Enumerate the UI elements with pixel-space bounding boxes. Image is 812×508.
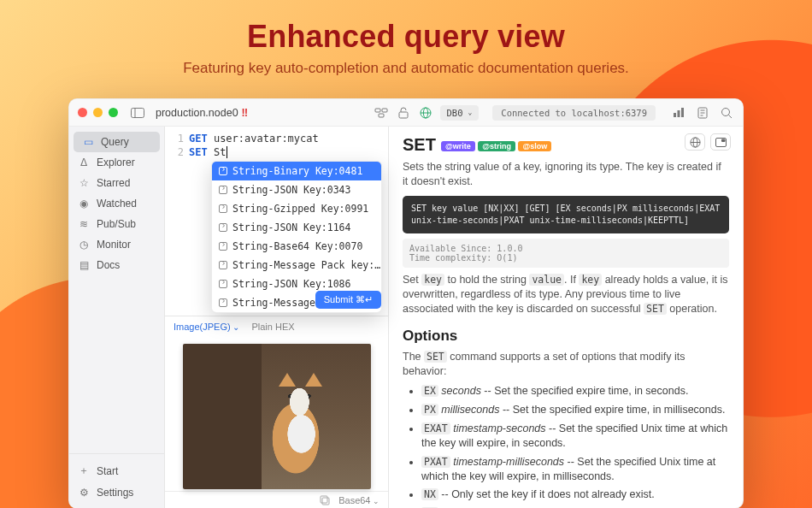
sidebar-item-monitor[interactable]: ◷Monitor [69,234,164,255]
watched-icon: ◉ [78,198,90,210]
minimize-icon[interactable] [93,108,103,117]
editor-statusbar: Base64 ⌄ [165,491,388,508]
autocomplete-label: String-JSON Key:1086 [232,278,350,290]
doc-syntax: SET key value [NX|XX] [GET] [EX seconds|… [403,196,729,233]
doc-badge: @slow [518,141,551,151]
app-window: production.node0 ‼ DB0 ⌄ Connected to lo… [68,98,744,508]
autocomplete-item[interactable]: String-Gzipped Key:0991 [212,199,381,218]
search-icon[interactable] [719,105,734,121]
format-image-jpeg[interactable]: Image(JPEG) [174,322,239,332]
doc-description: Set key to hold the string value. If key… [403,273,729,316]
format-plain-hex[interactable]: Plain HEX [251,322,294,332]
doc-options-list: EX seconds -- Set the specified expire t… [421,384,729,508]
connection-status: Connected to localhost:6379 [492,105,656,121]
sidebar-item-label: Start [97,465,118,477]
chevron-down-icon: ⌄ [468,109,472,116]
sidebar-toggle-icon[interactable] [130,105,145,121]
autocomplete-item[interactable]: String-Base64 Key:0070 [212,237,381,256]
svg-rect-18 [322,498,329,505]
autocomplete-item[interactable]: String-Binary Key:0481 [212,162,381,180]
doc-option: EXAT timestamp-seconds -- Set the specif… [421,422,729,451]
result-preview [165,337,388,491]
doc-popout-icon[interactable] [710,133,731,151]
db-selector[interactable]: DB0 ⌄ [440,105,480,121]
svg-rect-5 [399,112,408,118]
doc-options-heading: Options [403,328,729,345]
svg-line-17 [729,115,733,118]
key-icon [219,242,227,251]
autocomplete-label: String-JSON Key:0343 [232,184,350,196]
doc-option: PX milliseconds -- Set the specified exp… [421,403,729,417]
sidebar-item-query[interactable]: ▭Query [74,132,160,152]
sidebar-item-start[interactable]: ＋Start [69,459,164,482]
svg-point-16 [722,108,730,115]
zoom-icon[interactable] [109,108,118,117]
lock-open-icon[interactable] [396,105,411,121]
svg-rect-0 [132,108,144,117]
format-tabs: Image(JPEG) Plain HEX [165,316,388,337]
doc-badge: @write [441,141,475,151]
query-icon: ▭ [82,136,94,148]
svg-rect-3 [382,109,387,112]
autocomplete-item[interactable]: String-JSON Key:0343 [212,180,381,199]
globe-icon[interactable] [418,105,433,121]
svg-rect-10 [678,110,680,117]
start-icon: ＋ [78,464,90,478]
autocomplete-label: String-Gzipped Key:0991 [232,203,368,215]
sidebar-item-docs[interactable]: ▤Docs [69,255,164,275]
autocomplete-label: String-Base64 Key:0070 [232,240,362,252]
docs-icon: ▤ [78,259,90,271]
autocomplete-item[interactable]: String-JSON Key:1164 [212,218,381,237]
connection-tab[interactable]: production.node0 ‼ [156,107,248,119]
sidebar-item-label: Query [101,136,129,148]
hero-subtitle: Featuring key auto-completion and automa… [0,60,812,77]
svg-rect-9 [674,113,676,117]
copy-icon[interactable] [320,495,330,505]
sidebar-item-label: Settings [97,487,133,499]
preview-image [183,344,371,489]
doc-option: NX -- Only set the key if it does not al… [421,487,729,502]
documentation-panel: SET @write @string @slow Sets the string… [389,127,743,508]
sidebar-item-label: Watched [97,198,137,210]
submit-button[interactable]: Submit ⌘↵ [315,291,381,309]
sidebar-item-label: Monitor [97,239,131,251]
sidebar-item-explorer[interactable]: ᐃExplorer [69,152,164,173]
svg-rect-24 [721,139,726,142]
query-editor[interactable]: 12 GET user:avatar:mycatSET St String-Bi… [165,127,388,316]
key-icon [219,261,227,269]
settings-icon: ⚙ [78,487,90,499]
key-icon [219,298,227,307]
autocomplete-item[interactable]: String-Message Pack key:… [212,256,381,275]
sidebar-item-starred[interactable]: ☆Starred [69,173,164,193]
encoding-selector[interactable]: Base64 ⌄ [338,495,380,505]
doc-command-name: SET [403,135,436,155]
pub/sub-icon: ≋ [78,218,90,230]
stats-icon[interactable] [671,105,686,121]
tab-label: production.node0 [156,107,238,119]
log-icon[interactable] [695,105,710,121]
starred-icon: ☆ [78,177,90,189]
close-icon[interactable] [78,108,87,117]
db-label: DB0 [447,108,463,118]
explorer-icon: ᐃ [78,157,90,168]
doc-intro: Sets the string value of a key, ignoring… [403,160,729,189]
autocomplete-label: String-Binary Key:0481 [232,165,362,177]
doc-option: EX seconds -- Set the specified expire t… [421,384,729,399]
sidebar-item-settings[interactable]: ⚙Settings [69,482,164,503]
key-icon [219,167,227,175]
sidebar-item-label: Pub/Sub [97,218,136,230]
sidebar-item-label: Starred [97,177,130,189]
svg-rect-19 [321,496,327,503]
hero-title: Enhanced query view [0,19,812,55]
sidebar-item-label: Explorer [97,157,135,168]
titlebar: production.node0 ‼ DB0 ⌄ Connected to lo… [69,99,743,127]
hosts-icon[interactable] [374,105,389,121]
doc-globe-icon[interactable] [685,133,705,151]
sidebar-item-pubsub[interactable]: ≋Pub/Sub [69,214,164,234]
editor-column: 12 GET user:avatar:mycatSET St String-Bi… [165,127,389,508]
key-icon [219,204,227,213]
window-controls [78,108,118,117]
sidebar-item-watched[interactable]: ◉Watched [69,193,164,214]
svg-rect-4 [379,114,384,117]
svg-rect-2 [375,109,380,112]
